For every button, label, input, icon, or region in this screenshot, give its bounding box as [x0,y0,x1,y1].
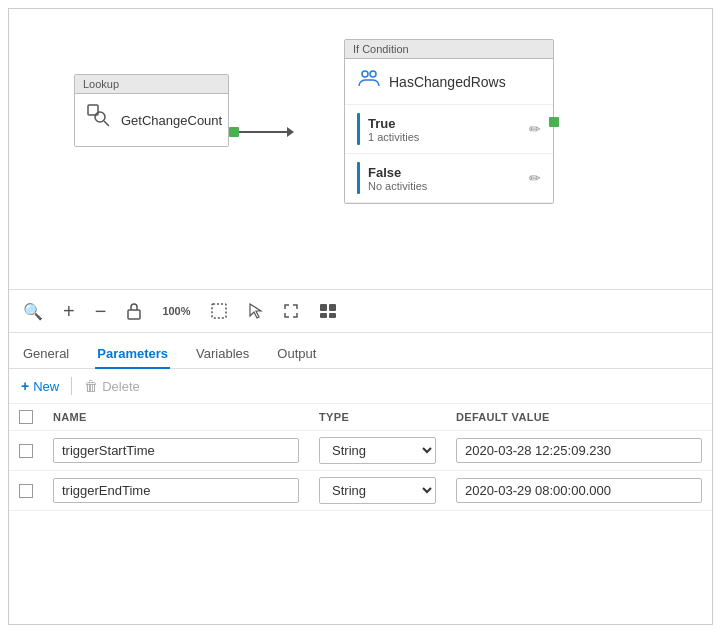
col-type-header: TYPE [309,404,446,431]
canvas-area: Lookup GetChangeCount If Cond [9,9,712,289]
toolbar: 🔍 + − 100% [9,289,712,333]
lock-tool-button[interactable] [124,300,144,322]
parameters-panel: + New 🗑 Delete NAME TYPE [9,369,712,624]
header-checkbox[interactable] [19,410,33,424]
row-1-checkbox[interactable] [19,484,33,498]
true-branch-bar [357,113,360,145]
svg-rect-8 [320,304,327,311]
svg-rect-11 [329,313,336,318]
svg-point-1 [95,112,105,122]
row-0-checkbox-cell [9,431,43,471]
tab-output[interactable]: Output [275,340,318,369]
zoom-100-button[interactable]: 100% [160,303,192,319]
new-plus-icon: + [21,378,29,394]
delete-button[interactable]: 🗑 Delete [84,378,140,394]
layers-tool-button[interactable] [317,301,339,321]
svg-rect-9 [329,304,336,311]
if-node-header: If Condition [345,40,553,59]
false-branch-edit-icon[interactable]: ✏ [529,170,541,186]
action-bar-separator [71,377,72,395]
tabs-bar: General Parameters Variables Output [9,333,712,369]
delete-button-label: Delete [102,379,140,394]
if-node-name: HasChangedRows [389,74,506,90]
row-0-default-cell [446,431,712,471]
true-branch-edit-icon[interactable]: ✏ [529,121,541,137]
false-branch-bar [357,162,360,194]
svg-marker-7 [250,304,261,318]
connector-path [239,131,287,133]
row-0-default-input[interactable] [456,438,702,463]
row-1-checkbox-cell [9,471,43,511]
row-1-default-cell [446,471,712,511]
if-condition-icon [357,67,381,96]
svg-rect-10 [320,313,327,318]
lookup-node[interactable]: Lookup GetChangeCount [74,74,229,147]
svg-point-4 [370,71,376,77]
lookup-node-header: Lookup [75,75,228,94]
true-branch-content: True 1 activities [368,116,521,143]
tab-variables[interactable]: Variables [194,340,251,369]
false-branch-sub: No activities [368,180,521,192]
row-0-type-select[interactable]: StringIntegerBooleanFloatArrayObject [319,437,436,464]
row-1-type-select[interactable]: StringIntegerBooleanFloatArrayObject [319,477,436,504]
false-branch-content: False No activities [368,165,521,192]
false-branch-label: False [368,165,521,180]
svg-rect-5 [128,310,140,319]
svg-point-3 [362,71,368,77]
row-0-name-input[interactable] [53,438,299,463]
lookup-icon [87,104,113,136]
main-container: Lookup GetChangeCount If Cond [8,8,713,625]
table-row: StringIntegerBooleanFloatArrayObject [9,431,712,471]
true-branch[interactable]: True 1 activities ✏ [345,105,553,154]
col-name-header: NAME [43,404,309,431]
row-1-type-cell: StringIntegerBooleanFloatArrayObject [309,471,446,511]
svg-line-2 [104,121,109,126]
table-row: StringIntegerBooleanFloatArrayObject [9,471,712,511]
row-1-default-input[interactable] [456,478,702,503]
frame-tool-button[interactable] [209,301,229,321]
new-button-label: New [33,379,59,394]
true-branch-sub: 1 activities [368,131,521,143]
subtract-tool-button[interactable]: − [93,298,109,325]
new-button[interactable]: + New [21,378,59,394]
tab-parameters[interactable]: Parameters [95,340,170,369]
true-branch-label: True [368,116,521,131]
row-0-type-cell: StringIntegerBooleanFloatArrayObject [309,431,446,471]
tab-general[interactable]: General [21,340,71,369]
action-bar: + New 🗑 Delete [9,369,712,404]
lookup-node-title: GetChangeCount [121,113,222,128]
cursor-tool-button[interactable] [245,301,265,321]
row-0-checkbox[interactable] [19,444,33,458]
delete-icon: 🗑 [84,378,98,394]
parameters-table: NAME TYPE DEFAULT VALUE StringIntegerBoo… [9,404,712,511]
expand-tool-button[interactable] [281,301,301,321]
connector-arrow [287,127,294,137]
col-checkbox [9,404,43,431]
search-tool-button[interactable]: 🔍 [21,300,45,323]
table-header-row: NAME TYPE DEFAULT VALUE [9,404,712,431]
row-1-name-input[interactable] [53,478,299,503]
if-right-connector-dot [549,117,559,127]
col-default-header: DEFAULT VALUE [446,404,712,431]
if-condition-node[interactable]: If Condition HasChangedRows True 1 a [344,39,554,204]
false-branch[interactable]: False No activities ✏ [345,154,553,203]
svg-rect-6 [212,304,226,318]
add-tool-button[interactable]: + [61,298,77,325]
row-0-name-cell [43,431,309,471]
row-1-name-cell [43,471,309,511]
connector-line [229,127,294,137]
connector-left-dot [229,127,239,137]
